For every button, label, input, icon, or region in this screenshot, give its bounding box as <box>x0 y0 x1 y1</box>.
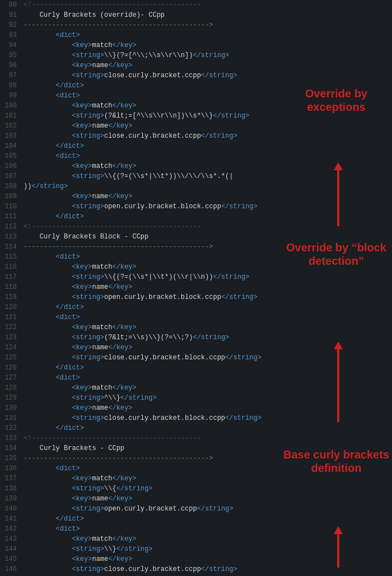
code-line: <key>name</key> <box>24 343 392 353</box>
line-number: 103 <box>2 131 17 141</box>
line-number: 112 <box>2 222 17 232</box>
code-line: ----------------------------------------… <box>24 453 392 463</box>
line-number: 117 <box>2 272 17 282</box>
line-number: 99 <box>2 91 17 101</box>
line-number: 126 <box>2 363 17 373</box>
line-number: 123 <box>2 333 17 343</box>
line-number: 91 <box>2 10 17 20</box>
code-line: ----------------------------------------… <box>24 20 392 30</box>
line-number: 130 <box>2 403 17 413</box>
line-number: 102 <box>2 121 17 131</box>
code-line: </dict> <box>24 423 392 433</box>
line-number: 114 <box>2 242 17 252</box>
code-line: <string>\\{</string> <box>24 484 392 494</box>
code-line: </dict> <box>24 514 392 524</box>
line-number: 144 <box>2 544 17 554</box>
line-number: 135 <box>2 453 17 463</box>
code-line: <key>match</key> <box>24 383 392 393</box>
line-number: 115 <box>2 252 17 262</box>
line-number: 105 <box>2 151 17 161</box>
line-number: 90 <box>2 0 17 10</box>
line-number: 107 <box>2 171 17 181</box>
code-line: <dict> <box>24 373 392 383</box>
line-number: 104 <box>2 141 17 151</box>
line-number: 119 <box>2 292 17 302</box>
code-line: <key>match</key> <box>24 101 392 111</box>
line-number: 96 <box>2 60 17 71</box>
line-number: 140 <box>2 504 17 514</box>
code-line: <key>match</key> <box>24 262 392 272</box>
line-number: 143 <box>2 534 17 544</box>
code-line: <string>open.curly.bracket.ccpp</string> <box>24 504 392 514</box>
code-line: <key>name</key> <box>24 282 392 292</box>
code-line: <dict> <box>24 151 392 161</box>
code-line: <string>close.curly.bracket.ccpp</string… <box>24 71 392 81</box>
line-number: 111 <box>2 212 17 222</box>
line-number: 100 <box>2 101 17 111</box>
code-line: <key>match</key> <box>24 161 392 171</box>
code-line: <string>close.curly.bracket.ccpp</string… <box>24 131 392 141</box>
code-line: <string>\\{(?=(\\s*|\\t*))\\/\\/\\s*.*( … <box>24 171 392 191</box>
line-number: 129 <box>2 393 17 403</box>
line-number: 113 <box>2 232 17 242</box>
code-line: <dict> <box>24 463 392 474</box>
code-line: <string>open.curly.bracket.block.ccpp</s… <box>24 202 392 212</box>
line-number: 94 <box>2 40 17 50</box>
line-number: 121 <box>2 312 17 322</box>
code-line: <key>match</key> <box>24 474 392 484</box>
code-line: <key>name</key> <box>24 494 392 504</box>
code-line: <key>match</key> <box>24 40 392 50</box>
line-number: 92 <box>2 20 17 30</box>
code-line: <!--------------------------------------… <box>24 433 392 443</box>
line-number: 146 <box>2 564 17 574</box>
line-number: 127 <box>2 373 17 383</box>
line-number: 122 <box>2 322 17 333</box>
line-number: 141 <box>2 514 17 524</box>
code-line: <string>\\}(?=[^\\;\\s\\r\\n])</string> <box>24 50 392 60</box>
line-number: 145 <box>2 554 17 564</box>
code-line: </dict> <box>24 363 392 373</box>
line-number: 137 <box>2 474 17 484</box>
code-line: <string>(?&lt;=[^\\s\\r\\n])\\s*\\}</str… <box>24 111 392 121</box>
code-content: <!--------------------------------------… <box>21 0 392 576</box>
line-number: 138 <box>2 484 17 494</box>
code-line: Curly Brackets Block - CCpp <box>24 232 392 242</box>
code-line: <key>name</key> <box>24 554 392 564</box>
line-number: 118 <box>2 282 17 292</box>
code-line: <key>name</key> <box>24 121 392 131</box>
code-line: </dict> <box>24 212 392 222</box>
code-line: </dict> <box>24 81 392 91</box>
line-number: 120 <box>2 302 17 312</box>
line-number: 108 <box>2 181 17 191</box>
code-line: <string>close.curly.bracket.block.ccpp</… <box>24 413 392 423</box>
code-line: <string>^\\}</string> <box>24 393 392 403</box>
code-editor: 9091929394959697989910010110210310410510… <box>0 0 392 576</box>
line-number: 134 <box>2 443 17 453</box>
code-line: <!--------------------------------------… <box>24 222 392 232</box>
code-line: <dict> <box>24 312 392 322</box>
code-line: <string>close.curly.bracket.ccpp</string… <box>24 564 392 574</box>
code-line: </dict> <box>24 141 392 151</box>
code-line: ----------------------------------------… <box>24 242 392 252</box>
line-number: 131 <box>2 413 17 423</box>
line-number: 133 <box>2 433 17 443</box>
code-line: <string>(?&lt;=\\s)\\}(?=\\;?)</string> <box>24 333 392 343</box>
line-number: 136 <box>2 463 17 474</box>
line-number: 124 <box>2 343 17 353</box>
line-number: 132 <box>2 423 17 433</box>
code-line: <string>\\}</string> <box>24 544 392 554</box>
code-line: <key>name</key> <box>24 191 392 202</box>
code-line: </dict> <box>24 302 392 312</box>
line-number: 106 <box>2 161 17 171</box>
code-line: <string>close.curly.bracket.block.ccpp</… <box>24 353 392 363</box>
line-number: 116 <box>2 262 17 272</box>
line-number: 125 <box>2 353 17 363</box>
line-number: 109 <box>2 191 17 202</box>
code-line: <dict> <box>24 91 392 101</box>
code-line: Curly Brackets (override)- CCpp <box>24 10 392 20</box>
line-number: 95 <box>2 50 17 60</box>
code-line: <!--------------------------------------… <box>24 0 392 10</box>
line-numbers: 9091929394959697989910010110210310410510… <box>0 0 21 576</box>
code-line: <string>open.curly.bracket.block.ccpp</s… <box>24 292 392 302</box>
code-line: <key>match</key> <box>24 322 392 333</box>
